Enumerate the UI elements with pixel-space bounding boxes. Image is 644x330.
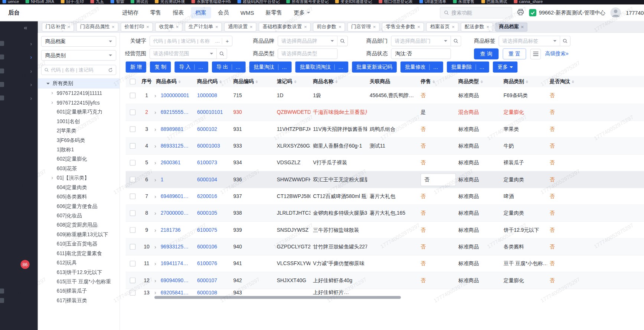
tree-item[interactable]: › 615|豆干 豆腐*小包称重 [38, 277, 120, 286]
table-row[interactable]: 8 › 27000000… 6000105 938 JLRLDTJHTC3: 金… [126, 205, 644, 222]
keyword-input[interactable] [153, 38, 213, 44]
column-header[interactable]: 商品名称 [311, 78, 367, 85]
tree-item[interactable]: › 606|定量方便食品 [38, 202, 120, 211]
product-code-link[interactable]: 6000102 [197, 126, 217, 132]
product-code-link[interactable]: 6000108 [197, 290, 217, 295]
row-checkbox[interactable] [130, 227, 135, 233]
sidebar-item[interactable]: › [0, 39, 38, 48]
bookmark-item[interactable]: 测试云 [131, 0, 148, 4]
action-button[interactable]: 导 出 … [212, 62, 246, 73]
product-code-link[interactable]: 6100076 [197, 261, 217, 266]
action-button[interactable]: 批量取消淘汰 … [295, 62, 348, 73]
bookmark-item[interactable]: 永辉零售端助手H5 [192, 0, 231, 4]
department-search-button[interactable] [451, 36, 461, 46]
avatar[interactable] [610, 7, 621, 18]
product-code-link[interactable]: 6000105 [197, 210, 217, 216]
tree-item[interactable]: › 605|各类酱料 [38, 192, 120, 202]
column-header[interactable]: 序号 [140, 78, 154, 85]
tree-item[interactable]: › 610|五金百货电器 [38, 240, 120, 249]
keyword-more-icon[interactable]: … [213, 38, 222, 44]
tab-close-icon[interactable]: × [373, 24, 376, 29]
product-code-link[interactable]: 6000104 [197, 177, 217, 182]
product-code-link[interactable]: 6200016 [197, 194, 217, 199]
column-header[interactable]: 商品条码 [154, 78, 195, 85]
tab-close-icon[interactable]: × [176, 24, 179, 29]
action-button[interactable]: 新 增 … [126, 62, 147, 73]
bookmark-item[interactable]: NHSoft JIRA [26, 0, 54, 4]
tab-item[interactable]: 零售业务参数 × [382, 22, 424, 31]
bookmark-item[interactable]: U8退货清单 [419, 0, 446, 4]
column-header[interactable]: 是否淘汰 [547, 78, 582, 85]
barcode-link[interactable]: 88989881 [161, 126, 184, 132]
tab-item[interactable]: 价签打印 × [121, 22, 153, 31]
column-header[interactable]: 商品编码 [231, 78, 274, 85]
column-header[interactable]: 商品代码 [194, 78, 231, 85]
select-all-checkbox[interactable] [130, 79, 135, 84]
tab-close-icon[interactable]: × [304, 24, 307, 29]
expand-row-icon[interactable]: › [154, 210, 159, 217]
tree-search-input[interactable] [51, 67, 106, 73]
sidebar-item[interactable]: › [0, 94, 38, 103]
tree-item[interactable]: › 609|称重糖果13元以下 [38, 230, 120, 239]
global-search-box[interactable] [440, 7, 512, 19]
nav-item[interactable]: 会员 [213, 7, 233, 19]
row-checkbox[interactable] [130, 109, 135, 115]
action-button[interactable]: 更多 … [493, 62, 517, 73]
nav-item[interactable]: 报表 [168, 7, 188, 19]
table-row[interactable]: 12 › 69094090… 6000107 942 SHJXXT40G 上好佳… [126, 272, 644, 289]
more-options-icon[interactable]: … [429, 64, 439, 70]
tree-item[interactable]: › 608|定货厨房用品 [38, 221, 120, 230]
tree-item[interactable]: › 617|裸装豆类 [38, 296, 120, 305]
tab-close-icon[interactable]: × [250, 24, 253, 29]
nav-item[interactable]: WMS [236, 7, 259, 18]
table-row[interactable]: 6 › 1 6000104 936 SHWZWWDFH 双汇王中王无淀粉火腿肠 … [126, 171, 644, 188]
global-search-input[interactable] [451, 10, 505, 16]
expand-row-icon[interactable]: › [154, 290, 159, 296]
row-checkbox[interactable] [130, 244, 135, 250]
halt-sale-value[interactable]: 否 [421, 159, 426, 166]
expand-row-icon[interactable]: › [154, 126, 159, 132]
tab-item[interactable]: 门店管理 × [347, 22, 379, 31]
bookmark-item[interactable]: uence [3, 0, 19, 4]
barcode-link[interactable]: 96933125… [161, 244, 189, 250]
product-code-link[interactable]: 60001003 [197, 143, 220, 149]
expand-row-icon[interactable]: › [154, 244, 159, 250]
module-select[interactable]: 商品档案 [41, 36, 116, 47]
barcode-link[interactable]: 69215555… [161, 109, 189, 115]
sort-icon[interactable] [255, 79, 258, 84]
bookmark-item[interactable]: 智霖 [111, 0, 124, 4]
sort-icon[interactable] [526, 79, 528, 84]
bookmark-item[interactable]: canna_share [514, 0, 543, 4]
barcode-link[interactable]: 69094090… [161, 277, 189, 283]
action-button[interactable]: 导 入 … [174, 62, 208, 73]
query-button[interactable]: 查 询 [474, 48, 498, 59]
product-code-link[interactable]: 6100073 [197, 160, 217, 165]
bookmark-item[interactable]: 光云测试环境 [155, 0, 185, 4]
row-checkbox[interactable] [130, 194, 135, 199]
halt-sale-value[interactable]: 否 [421, 126, 426, 133]
tab-item[interactable]: 门店补货 × [42, 22, 74, 31]
column-header[interactable]: 停售 [418, 78, 456, 85]
product-code-link[interactable]: 1000008 [197, 93, 217, 98]
sort-icon[interactable] [294, 79, 297, 84]
product-code-link[interactable]: 6000107 [197, 277, 217, 283]
column-header[interactable]: 速记码 [274, 78, 310, 85]
tab-item[interactable]: 门店商品属性 × [76, 22, 118, 31]
sort-icon[interactable] [178, 79, 181, 84]
nav-item[interactable]: 进销存 [117, 7, 143, 19]
expand-row-icon[interactable]: › [154, 160, 159, 166]
sort-icon[interactable] [572, 79, 574, 84]
table-row[interactable]: 3 › 88989881 6000102 931 11VHTZPBFJXI 11… [126, 121, 644, 138]
halt-sale-value[interactable]: 否 [421, 277, 426, 284]
bookmark-item[interactable]: 永琪零售 [453, 0, 475, 4]
expand-row-icon[interactable]: › [154, 261, 159, 267]
column-header[interactable]: 关联商品 [367, 78, 418, 85]
action-button[interactable]: 复 制 … [150, 62, 171, 73]
bookmark-item[interactable]: 旧于-生印 [61, 0, 84, 4]
sidebar-item[interactable] [0, 296, 38, 305]
tree-item[interactable]: › 2|苹果类 [38, 126, 120, 136]
halt-sale-value[interactable]: 否 [421, 227, 426, 234]
row-checkbox[interactable] [130, 261, 135, 266]
tab-item[interactable]: 生产计划单 × [185, 22, 222, 31]
bookmark-item[interactable]: 超级码风控平台登记 [238, 0, 280, 4]
